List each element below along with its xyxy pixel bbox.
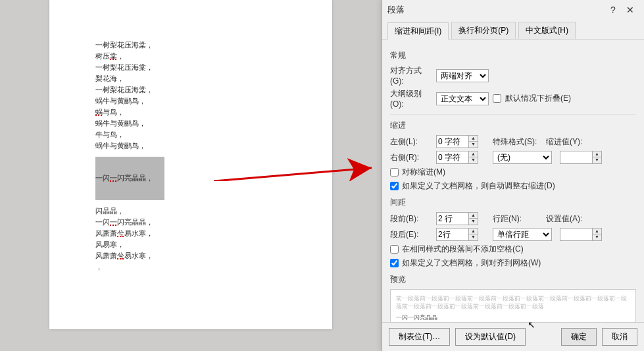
dialog-title: 段落	[387, 4, 605, 16]
spin-down-icon[interactable]: ▼	[469, 157, 478, 163]
spin-up-icon[interactable]: ▲	[469, 151, 478, 157]
spin-down-icon[interactable]: ▼	[469, 142, 478, 148]
after-spinner[interactable]: ▲▼	[436, 228, 478, 241]
group-preview: 预览	[390, 274, 636, 285]
doc-line: 梨花海，	[95, 73, 164, 84]
preview-box: 前一段落前一段落前一段落前一段落前一段落前一段落前一段落前一段落前一段落前一段落…	[390, 289, 636, 322]
grid-indent-checkbox[interactable]	[390, 182, 399, 190]
linesp-select[interactable]: 单倍行距	[493, 228, 552, 241]
linesp-label: 行距(N):	[493, 213, 542, 225]
align-label: 对齐方式(G):	[390, 65, 432, 86]
indent-right-label: 右侧(R):	[390, 152, 432, 163]
doc-line: 一闪一闪亮晶晶，	[95, 217, 164, 228]
nostyle-label: 在相同样式的段落间不添加空格(C)	[402, 244, 524, 255]
tabs-button[interactable]: 制表位(T)…	[389, 328, 450, 346]
doc-line: 一树梨花压海棠，	[95, 84, 164, 95]
snapgrid-checkbox[interactable]	[390, 259, 399, 267]
document-page: 一树梨花压海棠，树压棠，一树梨花压海棠，梨花海，一树梨花压海棠，蜗牛与黄鹂鸟，蜗…	[49, 0, 332, 329]
group-general: 常规	[390, 50, 636, 61]
before-label: 段前(B):	[390, 213, 432, 225]
special-select[interactable]: (无)	[493, 151, 552, 164]
grid-indent-label: 如果定义了文档网格，则自动调整右缩进(D)	[402, 180, 555, 192]
doc-line: 蜗牛与黄鹂鸟，	[95, 95, 164, 107]
outline-label: 大纲级别(O):	[390, 88, 432, 109]
document-workspace: 一树梨花压海棠，树压棠，一树梨花压海棠，梨花海，一树梨花压海棠，蜗牛与黄鹂鸟，蜗…	[0, 0, 382, 351]
doc-line: 风易寒，	[95, 239, 164, 250]
doc-line: 闪晶晶，	[95, 205, 164, 217]
dialog-panel: 常规 对齐方式(G): 两端对齐 大纲级别(O): 正文文本 默认情况下折叠(E…	[382, 40, 644, 322]
paragraph-dialog: 段落 ? ✕ 缩进和间距(I) 换行和分页(P) 中文版式(H) 常规 对齐方式…	[382, 0, 644, 351]
doc-line: 风萧萧兮易水寒，	[95, 250, 164, 261]
align-select[interactable]: 两端对齐	[436, 69, 489, 82]
doc-line: 风萧萧兮易水寒，	[95, 228, 164, 239]
selected-paragraph[interactable]: 一闪一闪亮晶晶，	[95, 157, 164, 200]
doc-line: 蜗牛与黄鹂鸟，	[95, 118, 164, 129]
ok-button[interactable]: 确定	[561, 328, 597, 346]
doc-line: 树压棠，	[95, 51, 164, 62]
indent-right-spinner[interactable]: ▲▼	[436, 151, 478, 164]
preview-grey-top: 前一段落前一段落前一段落前一段落前一段落前一段落前一段落前一段落前一段落前一段落…	[396, 295, 630, 310]
indent-left-label: 左侧(L):	[390, 136, 432, 148]
spin-down-icon[interactable]: ▼	[593, 157, 601, 163]
setval-spinner[interactable]: ▲▼	[560, 228, 602, 241]
nostyle-checkbox[interactable]	[390, 245, 399, 254]
doc-line: ，	[95, 261, 164, 273]
help-button[interactable]: ?	[605, 5, 622, 15]
doc-line: 一树梨花压海棠，	[95, 62, 164, 73]
spin-up-icon[interactable]: ▲	[469, 229, 478, 234]
collapse-checkbox[interactable]	[493, 94, 501, 103]
outline-select[interactable]: 正文文本	[436, 92, 489, 105]
default-button[interactable]: 设为默认值(D)	[455, 328, 526, 346]
tab-line-page[interactable]: 换行和分页(P)	[451, 22, 516, 39]
before-spinner[interactable]: ▲▼	[436, 212, 478, 225]
dialog-tabs: 缩进和间距(I) 换行和分页(P) 中文版式(H)	[382, 20, 644, 40]
preview-sample: 一闪一闪亮晶晶	[396, 314, 630, 322]
special-label: 特殊格式(S):	[493, 136, 542, 148]
indentval-label: 缩进值(Y):	[546, 136, 595, 148]
spin-down-icon[interactable]: ▼	[469, 219, 478, 225]
close-button[interactable]: ✕	[622, 5, 639, 15]
indent-left-spinner[interactable]: ▲▼	[436, 135, 478, 148]
doc-line: 蜗牛与黄鹂鸟，	[95, 140, 164, 151]
setval-label: 设置值(A):	[546, 213, 595, 225]
after-label: 段后(E):	[390, 229, 432, 240]
dialog-titlebar: 段落 ? ✕	[382, 0, 644, 20]
dialog-footer: 制表位(T)… 设为默认值(D) 确定 取消	[382, 322, 644, 351]
snapgrid-label: 如果定义了文档网格，则对齐到网格(W)	[402, 257, 541, 269]
tab-asian[interactable]: 中文版式(H)	[518, 22, 576, 39]
indentval-spinner[interactable]: ▲▼	[560, 151, 602, 164]
doc-line: 牛与鸟，	[95, 129, 164, 140]
cursor-icon: ↖	[528, 319, 535, 330]
cancel-button[interactable]: 取消	[602, 328, 637, 346]
doc-line: 一树梨花压海棠，	[95, 40, 164, 51]
mirror-label: 对称缩进(M)	[402, 167, 445, 178]
spin-up-icon[interactable]: ▲	[469, 213, 478, 219]
group-indent: 缩进	[390, 120, 636, 131]
spin-up-icon[interactable]: ▲	[593, 151, 601, 157]
mirror-checkbox[interactable]	[390, 168, 399, 176]
spin-up-icon[interactable]: ▲	[593, 229, 601, 234]
collapse-label: 默认情况下折叠(E)	[505, 93, 571, 104]
spin-down-icon[interactable]: ▼	[469, 234, 478, 240]
group-spacing: 间距	[390, 197, 636, 208]
doc-line: 蜗与鸟，	[95, 107, 164, 118]
tab-indent-spacing[interactable]: 缩进和间距(I)	[387, 22, 449, 40]
spin-down-icon[interactable]: ▼	[593, 234, 601, 240]
spin-up-icon[interactable]: ▲	[469, 136, 478, 142]
